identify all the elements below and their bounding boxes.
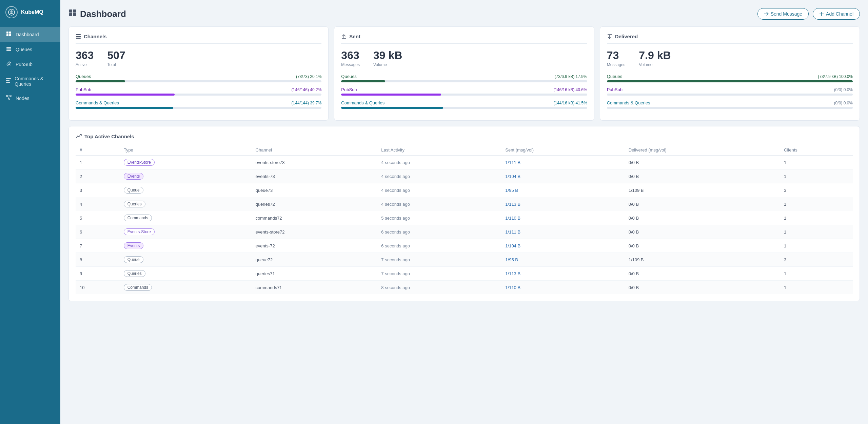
cell-sent: 1/113 B [501,197,624,211]
table-body: 1 Events-Store events-store73 4 seconds … [76,156,853,295]
top-channels-table: # Type Channel Last Activity Sent (msg/v… [76,145,853,294]
cell-clients: 1 [780,197,853,211]
sent-pubsub-label: PubSub [341,87,357,92]
svg-rect-9 [6,48,11,49]
cell-last-activity: 4 seconds ago [377,169,501,183]
cell-num: 7 [76,239,120,253]
channels-cq-fill [76,107,173,109]
sidebar-item-pubsub[interactable]: PubSub [0,57,60,72]
sidebar-item-commands-queries[interactable]: Commands & Queries [0,72,60,91]
sent-card: Sent 363 Messages 39 kB Volume Queues (7… [334,26,594,121]
channels-stats-numbers: 363 Active 507 Total [76,49,321,67]
cell-last-activity: 6 seconds ago [377,225,501,239]
sent-queues-fill [341,80,385,82]
cell-delivered: 1/109 B [625,253,780,267]
cell-type: Events-Store [120,225,252,239]
channels-active-stat: 363 Active [76,49,94,67]
table-row: 4 Queries queries72 4 seconds ago 1/113 … [76,197,853,211]
cell-last-activity: 4 seconds ago [377,156,501,169]
cell-last-activity: 6 seconds ago [377,239,501,253]
cell-delivered: 0/0 B [625,225,780,239]
svg-rect-21 [69,9,72,13]
logo-text: KubeMQ [21,9,43,15]
type-badge: Events [124,173,144,180]
sent-queues-progress: Queues (73/6.9 kB) 17.9% [341,74,587,82]
add-channel-label: Add Channel [826,11,853,17]
cell-clients: 1 [780,211,853,225]
channels-total-stat: 507 Total [107,49,125,67]
cell-clients: 1 [780,225,853,239]
sent-cq-progress: Commands & Queries (144/16 kB) 41.5% [341,100,587,109]
sidebar-label-pubsub: PubSub [16,62,33,67]
col-num: # [76,145,120,156]
sent-stats-numbers: 363 Messages 39 kB Volume [341,49,587,67]
logo-icon [5,6,18,18]
cell-delivered: 0/0 B [625,239,780,253]
svg-rect-8 [6,47,11,48]
cell-delivered: 0/0 B [625,197,780,211]
type-badge: Queries [124,201,145,207]
cell-type: Events [120,169,252,183]
delivered-cq-label: Commands & Queries [607,100,650,105]
page-title-icon [68,9,77,19]
cell-clients: 3 [780,183,853,197]
cell-channel: commands72 [252,211,377,225]
svg-point-12 [7,62,11,66]
svg-rect-17 [10,95,11,97]
type-badge: Queue [124,256,143,263]
page-title-row: Dashboard [68,9,126,19]
sidebar: KubeMQ Dashboard Queues PubSub [0,0,60,424]
channels-queues-detail: (73/73) 20.1% [296,74,321,79]
channels-cq-label: Commands & Queries [76,100,119,105]
type-badge: Queries [124,270,145,277]
delivered-title-text: Delivered [615,34,638,39]
cell-delivered: 0/0 B [625,267,780,281]
channels-active-value: 363 [76,49,94,62]
svg-rect-16 [6,95,8,97]
sent-queues-label: Queues [341,74,357,79]
sent-messages-label: Messages [341,62,360,67]
svg-rect-29 [76,36,81,37]
table-row: 9 Queries queries71 7 seconds ago 1/113 … [76,267,853,281]
channels-active-label: Active [76,62,94,67]
type-badge: Commands [124,284,152,291]
send-message-button[interactable]: Send Message [757,8,809,20]
svg-rect-4 [6,32,8,34]
channels-total-value: 507 [107,49,125,62]
delivered-queues-fill [607,80,853,82]
svg-rect-23 [69,13,72,16]
add-channel-button[interactable]: Add Channel [813,8,860,20]
cell-type: Queue [120,253,252,267]
cell-delivered: 0/0 B [625,281,780,295]
cell-channel: queue73 [252,183,377,197]
svg-point-11 [8,63,10,65]
sidebar-item-dashboard[interactable]: Dashboard [0,27,60,42]
sidebar-item-nodes[interactable]: Nodes [0,91,60,106]
commands-icon [5,78,11,85]
table-row: 10 Commands commands71 8 seconds ago 1/1… [76,281,853,295]
delivered-messages-value: 73 [607,49,626,62]
svg-rect-5 [9,32,11,34]
svg-rect-30 [76,38,81,39]
svg-rect-24 [73,13,76,16]
type-badge: Queue [124,187,143,194]
cell-type: Events-Store [120,156,252,169]
cell-sent: 1/104 B [501,239,624,253]
cell-num: 2 [76,169,120,183]
delivered-messages-label: Messages [607,62,626,67]
table-head: # Type Channel Last Activity Sent (msg/v… [76,145,853,156]
page-header: Dashboard Send Message Add Channel [68,8,860,20]
sidebar-item-queues[interactable]: Queues [0,42,60,57]
sent-card-title: Sent [341,34,587,44]
svg-rect-6 [6,34,8,36]
channels-cq-progress: Commands & Queries (144/144) 39.7% [76,100,321,109]
channels-queues-progress: Queues (73/73) 20.1% [76,74,321,82]
channels-pubsub-detail: (146/146) 40.2% [292,87,322,92]
sent-cq-detail: (144/16 kB) 41.5% [553,101,587,105]
sidebar-label-nodes: Nodes [16,96,29,101]
channels-card-title: Channels [76,34,321,44]
cell-clients: 1 [780,267,853,281]
cell-type: Queue [120,183,252,197]
cell-channel: events-73 [252,169,377,183]
sidebar-label-queues: Queues [16,47,32,52]
